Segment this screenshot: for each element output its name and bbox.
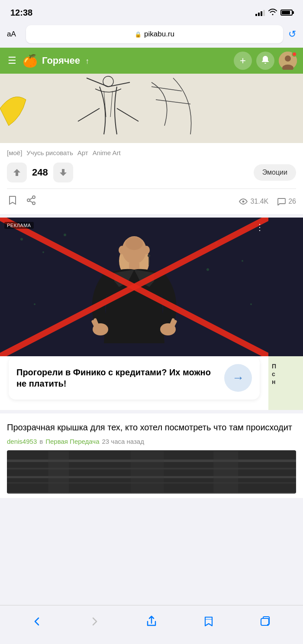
next-post-time: 23 часа назад [102,438,144,445]
ad-more-button[interactable]: ⋮ [255,222,264,232]
svg-line-17 [30,201,33,202]
svg-point-32 [126,237,143,250]
svg-line-38 [95,320,97,325]
user-avatar-button[interactable] [279,52,297,70]
add-button[interactable]: + [234,52,252,70]
post-tag-art[interactable]: Арт [77,149,88,156]
next-post-image-svg [7,450,296,494]
status-time: 12:38 [10,8,32,18]
next-post-author-name[interactable]: denis4953 [7,438,37,445]
svg-point-25 [206,268,209,271]
post-meta-section: [моё] Учусь рисовать Арт Anime Art 248 Э… [0,143,303,214]
svg-line-41 [171,320,173,325]
svg-point-18 [242,201,245,203]
notification-dot [292,52,297,57]
ad-card-wrapper: Прогорели в Финико с кредитами? Их можно… [0,356,268,410]
post-tag-mine[interactable]: [моё] [7,149,22,156]
bell-icon [261,55,270,67]
bookmark-button[interactable] [7,195,17,208]
ad-side-panel: П с н [268,218,303,410]
status-bar: 12:38 [0,0,303,23]
comments-info[interactable]: 26 [277,198,296,205]
ad-side-text: П с н [268,356,303,392]
svg-point-24 [242,260,243,262]
svg-point-21 [42,251,44,253]
nav-title: Горячее ↑ [42,55,229,66]
browser-bar: aA 🔒 pikabu.ru ↺ [0,23,303,48]
svg-rect-3 [0,74,303,143]
share-button[interactable] [26,195,36,208]
post-tag-anime[interactable]: Anime Art [93,149,121,156]
views-info: 31.4K [239,198,268,205]
sketch-image [0,74,303,143]
ad-label: РЕКЛАМА [4,222,34,229]
nav-bar: ☰ 🍊 Горячее ↑ + [0,48,303,74]
next-post-channel[interactable]: Первая Передача [45,438,99,445]
wifi-icon [268,8,277,17]
ad-arrow-button[interactable]: → [224,364,252,392]
emotion-button[interactable]: Эмоции [254,164,296,181]
signal-icon [255,9,265,16]
comment-icon [277,198,286,205]
url-text: pikabu.ru [144,30,174,39]
ad-person-illustration [0,218,268,356]
add-icon: + [240,55,246,67]
next-post-title: Прозрачная крышка для тех, кто хотел пос… [7,421,296,433]
menu-icon[interactable]: ☰ [6,53,18,68]
svg-point-1 [285,55,291,62]
svg-point-31 [143,246,150,254]
vote-row: 248 Эмоции [7,163,296,189]
svg-rect-49 [48,451,69,492]
ad-video-thumbnail[interactable]: РЕКЛАМА ⋮ [0,218,268,356]
next-post-preposition: в [39,438,43,445]
url-bar[interactable]: 🔒 pikabu.ru [26,25,283,43]
vote-up-button[interactable] [7,163,27,182]
svg-point-30 [119,246,126,254]
svg-rect-51 [213,451,238,492]
svg-point-34 [148,254,150,257]
svg-point-20 [20,238,23,241]
svg-line-16 [30,198,33,199]
browser-aa-button[interactable]: aA [7,30,21,39]
vote-down-button[interactable] [53,163,73,182]
logo-icon: 🍊 [23,54,38,68]
post-image [0,74,303,143]
eye-icon [239,198,248,205]
section-divider [0,214,303,218]
status-icons [255,8,293,17]
vote-count: 248 [32,167,48,178]
reload-button[interactable]: ↺ [288,29,296,40]
svg-rect-50 [131,451,164,492]
notifications-button[interactable] [256,52,274,70]
svg-point-26 [34,303,35,305]
ad-section: РЕКЛАМА ⋮ [0,218,303,410]
post-tag-learn[interactable]: Учусь рисовать [26,149,73,156]
lock-icon: 🔒 [135,31,142,38]
svg-point-27 [250,303,252,305]
post-tags: [моё] Учусь рисовать Арт Anime Art [7,149,296,156]
views-count: 31.4K [250,198,268,205]
ad-main: РЕКЛАМА ⋮ [0,218,268,410]
next-post-section[interactable]: Прозрачная крышка для тех, кто хотел пос… [0,413,303,498]
next-post-author: denis4953 в Первая Передача 23 часа наза… [7,438,296,445]
ad-card-text: Прогорели в Финико с кредитами? Их можно… [16,367,217,389]
bottom-spacer [0,498,303,537]
comments-count: 26 [288,198,296,205]
up-arrow-icon: ↑ [85,57,89,65]
svg-point-22 [64,234,66,236]
ad-arrow-icon: → [232,371,244,385]
post-actions-row: 31.4K 26 [7,189,296,214]
section-divider-2 [0,410,303,413]
ad-card[interactable]: Прогорели в Финико с кредитами? Их можно… [9,356,260,400]
next-post-thumbnail[interactable] [7,450,296,494]
battery-icon [280,10,293,16]
